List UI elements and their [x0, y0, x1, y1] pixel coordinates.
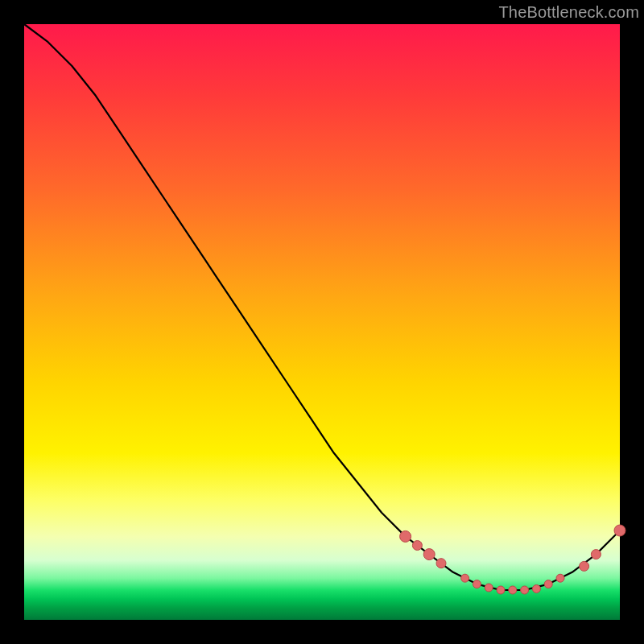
chart-marker-dot	[436, 559, 446, 568]
chart-svg-layer	[24, 24, 620, 620]
chart-plot-area	[24, 24, 620, 620]
chart-marker-dot	[580, 561, 589, 571]
chart-marker-dot	[423, 549, 435, 560]
chart-marker-dot	[614, 525, 625, 536]
watermark-text: TheBottleneck.com	[498, 3, 639, 22]
chart-marker-group	[400, 525, 625, 594]
chart-marker-dot	[412, 541, 422, 551]
chart-marker-dot	[521, 586, 529, 594]
chart-marker-dot	[532, 585, 540, 593]
chart-marker-dot	[497, 586, 505, 594]
chart-marker-dot	[556, 574, 564, 582]
chart-marker-dot	[591, 550, 601, 559]
chart-marker-dot	[485, 584, 493, 592]
chart-curve	[24, 24, 620, 590]
chart-marker-dot	[544, 580, 552, 588]
chart-stage: TheBottleneck.com	[0, 0, 644, 644]
chart-marker-dot	[400, 530, 411, 542]
chart-marker-dot	[461, 574, 469, 582]
chart-marker-dot	[509, 586, 517, 594]
chart-marker-dot	[473, 580, 481, 588]
